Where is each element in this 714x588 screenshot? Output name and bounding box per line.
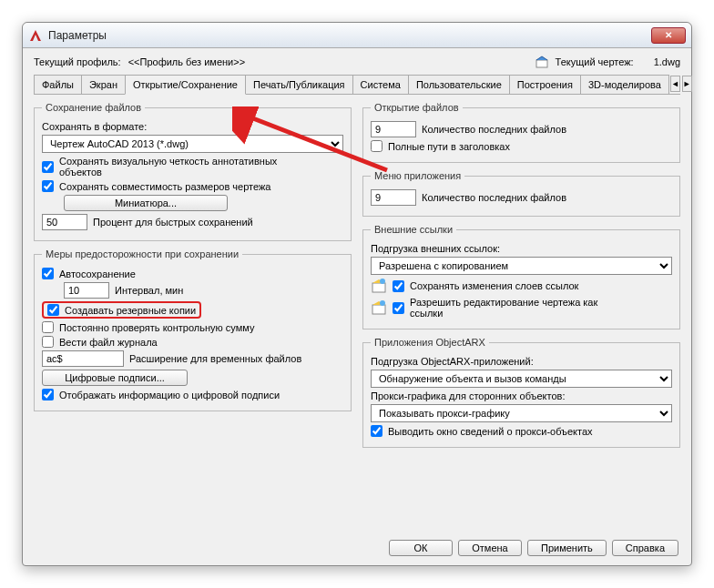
tab-open-save[interactable]: Открытие/Сохранение [125,75,246,95]
ext-label: Расширение для временных файлов [129,353,301,364]
ok-button[interactable]: ОК [389,540,453,556]
log-label: Вести файл журнала [59,337,158,348]
percent-input[interactable] [42,214,87,230]
legend-open-files: Открытие файлов [371,102,463,113]
format-select[interactable]: Чертеж AutoCAD 2013 (*.dwg) [42,135,343,153]
tab-display[interactable]: Экран [81,75,126,94]
svg-rect-0 [536,60,547,67]
signatures-button[interactable]: Цифровые подписи... [42,370,188,386]
legend-save-files: Сохранение файлов [42,102,145,113]
percent-label: Процент для быстрых сохранений [93,217,253,228]
xref-edit-label: Разрешить редактирование чертежа как ссы… [410,297,628,319]
legend-app-menu: Меню приложения [371,170,464,181]
legend-xrefs: Внешние ссылки [371,224,456,235]
svg-point-4 [380,300,385,306]
backup-label: Создавать резервные копии [65,305,196,316]
profile-row: Текущий профиль: <<Профиль без имени>> Т… [34,56,680,68]
group-xrefs: Внешние ссылки Подгрузка внешних ссылок:… [362,224,680,329]
dim-compat-checkbox[interactable] [42,180,54,192]
tab-files[interactable]: Файлы [34,75,82,94]
tab-scroll-right[interactable]: ► [682,76,692,92]
backup-checkbox[interactable] [47,304,59,316]
group-arx: Приложения ObjectARX Подгрузка ObjectARX… [362,337,680,448]
full-paths-label: Полные пути в заголовках [388,141,510,152]
dim-compat-label: Сохранять совместимость размеров чертежа [59,181,270,192]
arx-load-select[interactable]: Обнаружение объекта и вызов команды [371,370,672,388]
apply-button[interactable]: Применить [527,540,607,556]
tab-draft[interactable]: Построения [509,75,581,94]
cancel-button[interactable]: Отмена [458,540,522,556]
group-app-menu: Меню приложения Количество последних фай… [362,170,680,217]
recent-files-input[interactable] [371,121,416,137]
svg-point-2 [380,279,385,284]
svg-rect-3 [372,305,385,314]
xref-save-layer-label: Сохранять изменения слоев ссылок [410,280,578,291]
autocad-logo-icon [28,28,43,43]
visual-fidelity-checkbox[interactable] [42,161,54,173]
window-title: Параметры [48,29,651,42]
show-sign-checkbox[interactable] [42,389,54,400]
tab-plot[interactable]: Печать/Публикация [245,75,353,94]
drawing-value: 1.dwg [654,56,680,67]
visual-fidelity-label: Сохранять визуальную четкость аннотативн… [59,156,287,177]
profile-label: Текущий профиль: [34,56,121,67]
tab-3d[interactable]: 3D-моделирова [580,75,669,94]
tab-system[interactable]: Система [352,75,409,94]
xref-layers-icon [371,278,387,294]
legend-arx: Приложения ObjectARX [371,337,489,348]
titlebar: Параметры ✕ [23,23,691,48]
xref-load-label: Подгрузка внешних ссылок: [371,243,500,254]
proxy-label: Прокси-графика для сторонних объектов: [371,390,565,401]
group-save-files: Сохранение файлов Сохранять в формате: Ч… [34,102,352,241]
group-open-files: Открытие файлов Количество последних фай… [362,102,680,163]
xref-edit-checkbox[interactable] [393,302,404,314]
ext-input[interactable] [42,350,124,367]
legend-precaution: Меры предосторожности при сохранении [42,248,242,259]
interval-label: Интервал, мин [115,285,183,296]
options-dialog: Параметры ✕ Текущий профиль: <<Профиль б… [22,22,692,566]
miniature-button[interactable]: Миниатюра... [64,195,228,211]
proxy-dlg-label: Выводить окно сведений о прокси-объектах [388,426,593,437]
drawing-label: Текущий чертеж: [556,56,634,67]
close-button[interactable]: ✕ [651,27,686,44]
profile-value: <<Профиль без имени>> [128,56,245,67]
arx-load-label: Подгрузка ObjectARX-приложений: [371,356,534,367]
tab-scroll-left[interactable]: ◄ [670,76,680,92]
full-paths-checkbox[interactable] [371,140,382,152]
xref-save-layer-checkbox[interactable] [393,280,404,292]
backup-highlight: Создавать резервные копии [42,301,201,319]
tab-user[interactable]: Пользовательские [408,75,510,94]
checksum-label: Постоянно проверять контрольную сумму [59,322,254,333]
recent-files-label: Количество последних файлов [422,124,566,135]
autosave-checkbox[interactable] [42,268,54,279]
autosave-label: Автосохранение [59,269,136,279]
log-checkbox[interactable] [42,336,54,348]
svg-rect-1 [372,283,385,292]
checksum-checkbox[interactable] [42,321,54,333]
drawing-icon [536,56,548,68]
format-label: Сохранять в формате: [42,121,147,132]
interval-input[interactable] [64,282,109,299]
proxy-dlg-checkbox[interactable] [371,425,382,437]
help-button[interactable]: Справка [612,540,678,556]
proxy-select[interactable]: Показывать прокси-графику [371,404,672,422]
xref-edit-icon [371,299,387,316]
appmenu-recent-input[interactable] [371,189,416,206]
appmenu-recent-label: Количество последних файлов [422,192,566,203]
group-precaution: Меры предосторожности при сохранении Авт… [34,248,352,411]
xref-load-select[interactable]: Разрешена с копированием [371,257,672,275]
footer-buttons: ОК Отмена Применить Справка [389,540,678,556]
show-sign-label: Отображать информацию о цифровой подписи [59,390,280,400]
tabs: Файлы Экран Открытие/Сохранение Печать/П… [34,74,680,95]
